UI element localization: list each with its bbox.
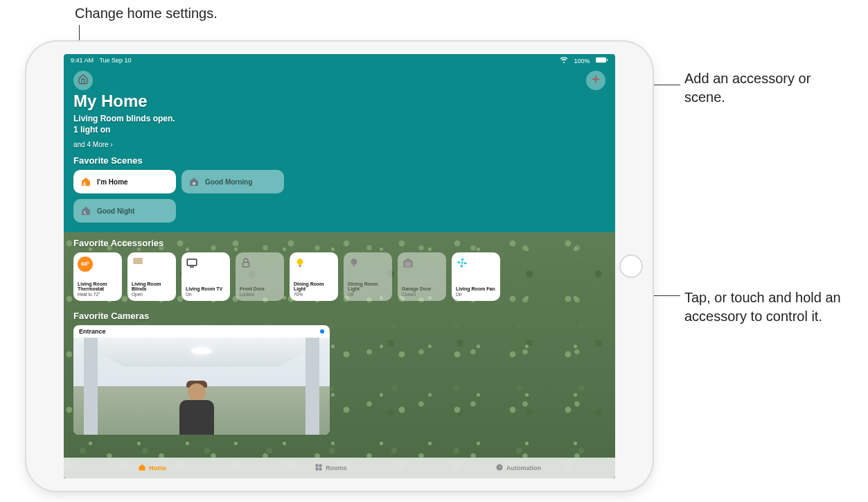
- scene-label: I'm Home: [97, 178, 128, 186]
- svg-rect-13: [405, 262, 411, 263]
- app-screen: 9:41 AM Tue Sep 10 100%: [64, 54, 615, 478]
- plus-icon: [590, 73, 601, 87]
- tab-bar: HomeRoomsAutomation: [64, 458, 615, 478]
- tab-label: Rooms: [326, 465, 347, 471]
- svg-rect-14: [405, 264, 411, 266]
- svg-rect-1: [607, 59, 608, 61]
- more-status-link[interactable]: and 4 More ›: [73, 141, 113, 148]
- accessory-tile-living-room-fan[interactable]: Living Room Fan On: [452, 252, 500, 301]
- svg-point-11: [351, 259, 357, 265]
- tab-rooms[interactable]: Rooms: [315, 463, 347, 473]
- bulb-icon: [294, 257, 306, 269]
- tab-automation[interactable]: Automation: [495, 463, 541, 473]
- status-bar: 9:41 AM Tue Sep 10 100%: [64, 54, 615, 67]
- accessory-tile-front-door[interactable]: Front Door Locked: [236, 252, 284, 301]
- accessory-state: Heat to 72°: [78, 292, 118, 297]
- tab-label: Home: [149, 465, 166, 471]
- accessory-name: Garage Door: [402, 286, 442, 292]
- home-tab-icon: [138, 463, 146, 473]
- scenes-section-title: Favorite Scenes: [73, 155, 605, 166]
- live-indicator-icon: [320, 329, 324, 334]
- tv-icon: [186, 257, 198, 269]
- svg-rect-18: [319, 465, 322, 467]
- accessory-state: On: [456, 292, 496, 297]
- tab-label: Automation: [506, 465, 541, 471]
- accessory-name: Living Room Blinds: [132, 282, 172, 292]
- scene-tile-i-m-home[interactable]: I'm Home: [73, 170, 176, 193]
- blinds-icon: [132, 257, 144, 269]
- camera-preview: [73, 338, 330, 435]
- person-home-icon: [80, 176, 91, 187]
- lock-icon: [240, 257, 252, 269]
- svg-point-16: [461, 262, 463, 264]
- svg-point-9: [297, 259, 303, 265]
- tab-home[interactable]: Home: [138, 463, 166, 473]
- status-time: 9:41 AM: [71, 57, 94, 64]
- home-settings-icon: [78, 73, 89, 87]
- accessories-section-title: Favorite Accessories: [73, 238, 605, 248]
- status-summary-1: Living Room blinds open.: [73, 114, 605, 125]
- accessory-tile-garage-door[interactable]: Garage Door Closed: [398, 252, 446, 301]
- moon-home-icon: [80, 205, 91, 216]
- svg-rect-5: [133, 260, 143, 261]
- svg-rect-15: [405, 266, 411, 267]
- scene-tile-good-night[interactable]: Good Night: [73, 199, 176, 223]
- svg-rect-10: [299, 265, 301, 267]
- status-date: Tue Sep 10: [99, 57, 131, 64]
- scene-label: Good Night: [97, 207, 134, 215]
- svg-rect-17: [316, 465, 319, 467]
- home-content: My Home Living Room blinds open. 1 light…: [73, 92, 605, 458]
- cameras-section-title: Favorite Cameras: [73, 311, 605, 321]
- accessory-name: Living Room TV: [186, 286, 226, 292]
- callout-accessory: Tap, or touch and hold an accessory to c…: [684, 288, 844, 326]
- rooms-tab-icon: [315, 463, 323, 473]
- svg-rect-19: [316, 468, 319, 471]
- accessories-row: 68° Living Room Thermostat Heat to 72° L…: [73, 252, 605, 301]
- scenes-row: I'm Home Good Morning Good Night: [73, 170, 295, 223]
- accessory-name: Dining Room Light: [348, 282, 388, 292]
- accessory-state: Closed: [402, 292, 442, 297]
- svg-point-3: [193, 182, 195, 185]
- callout-settings: Change home settings.: [75, 4, 218, 23]
- fan-icon: [456, 257, 468, 269]
- accessory-tile-living-room-blinds[interactable]: Living Room Blinds Open: [127, 252, 176, 301]
- garage-icon: [402, 257, 414, 269]
- home-settings-button[interactable]: [73, 71, 93, 90]
- svg-point-2: [84, 182, 86, 184]
- add-button[interactable]: [586, 71, 605, 90]
- page-title: My Home: [73, 92, 605, 111]
- svg-rect-20: [319, 468, 322, 471]
- callout-add: Add an accessory or scene.: [684, 69, 844, 107]
- accessory-tile-dining-room-light[interactable]: Dining Room Light Off: [344, 252, 392, 301]
- person-icon: [179, 381, 214, 435]
- camera-tile-entrance[interactable]: Entrance: [73, 325, 330, 435]
- accessory-state: Open: [132, 292, 172, 297]
- svg-rect-7: [187, 259, 197, 266]
- accessory-name: Dining Room Light: [294, 282, 334, 292]
- svg-rect-0: [596, 58, 606, 63]
- scene-label: Good Morning: [205, 178, 252, 186]
- accessory-state: On: [186, 292, 226, 297]
- ipad-frame: 9:41 AM Tue Sep 10 100%: [26, 42, 653, 491]
- svg-rect-12: [353, 265, 355, 267]
- accessory-state: Off: [348, 292, 388, 297]
- accessory-state: 70%: [294, 292, 334, 297]
- status-summary-2: 1 light on: [73, 125, 605, 136]
- accessory-state: Locked: [240, 292, 280, 297]
- accessory-name: Front Door: [240, 286, 280, 292]
- accessory-name: Living Room Thermostat: [78, 282, 118, 292]
- accessory-tile-living-room-thermostat[interactable]: 68° Living Room Thermostat Heat to 72°: [73, 252, 122, 301]
- svg-rect-8: [243, 262, 249, 267]
- status-battery-pct: 100%: [574, 58, 590, 64]
- bulb-icon: [348, 257, 360, 269]
- svg-rect-4: [133, 258, 143, 259]
- battery-icon: [596, 58, 608, 64]
- sunrise-home-icon: [188, 176, 200, 187]
- accessory-name: Living Room Fan: [456, 286, 496, 292]
- cameras-row: Entrance: [73, 325, 605, 435]
- thermostat-icon: 68°: [78, 257, 93, 272]
- scene-tile-good-morning[interactable]: Good Morning: [181, 170, 284, 193]
- ipad-home-button[interactable]: [619, 254, 643, 278]
- accessory-tile-dining-room-light[interactable]: Dining Room Light 70%: [290, 252, 338, 301]
- accessory-tile-living-room-tv[interactable]: Living Room TV On: [181, 252, 230, 301]
